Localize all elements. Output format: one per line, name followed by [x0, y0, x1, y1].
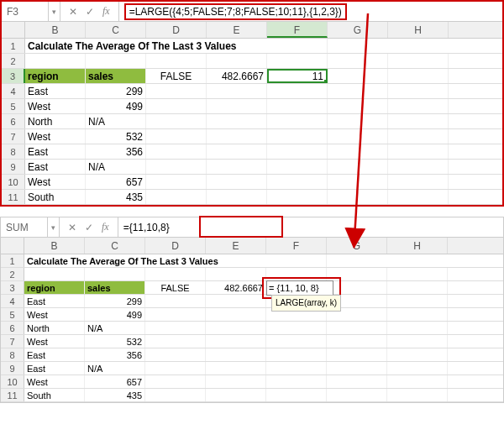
cell[interactable]	[387, 389, 448, 401]
cell[interactable]: West	[24, 335, 85, 348]
cell[interactable]	[388, 84, 449, 98]
cell[interactable]	[207, 160, 267, 174]
cancel-icon[interactable]: ✕	[69, 6, 77, 18]
cell[interactable]	[145, 335, 206, 348]
cell[interactable]	[327, 335, 387, 348]
cell[interactable]: West	[24, 308, 85, 321]
cell-F3-editing[interactable]: = {11, 10, 8} LARGE(array, k)	[266, 281, 327, 294]
row-header-10[interactable]: 10	[1, 375, 24, 388]
formula-input[interactable]: =LARGE({4;5;FALSE;7;8;FALSE;10;11},{1,2,…	[119, 2, 502, 21]
cell[interactable]	[388, 175, 449, 189]
cancel-icon[interactable]: ✕	[68, 222, 76, 233]
cell[interactable]	[206, 348, 266, 361]
cell[interactable]: West	[24, 375, 85, 388]
row-header-7[interactable]: 7	[2, 129, 25, 144]
cell[interactable]	[267, 129, 328, 144]
cell[interactable]	[327, 389, 387, 401]
cell[interactable]	[206, 308, 266, 321]
cell[interactable]	[327, 348, 387, 361]
row-header-9[interactable]: 9	[1, 362, 24, 375]
inline-cell-editor[interactable]: = {11, 10, 8}	[266, 280, 333, 296]
cell[interactable]: East	[25, 144, 86, 159]
col-header-B[interactable]: B	[24, 238, 85, 254]
cell[interactable]	[266, 362, 327, 375]
row-header-1[interactable]: 1	[2, 39, 25, 53]
col-header-F[interactable]: F	[267, 22, 328, 38]
cell[interactable]	[266, 335, 327, 348]
cell[interactable]	[145, 389, 206, 401]
cell[interactable]	[387, 375, 448, 388]
cell[interactable]	[206, 389, 266, 401]
cell[interactable]	[387, 308, 448, 321]
cell[interactable]	[207, 144, 267, 159]
row-header-4[interactable]: 4	[1, 295, 24, 307]
cell-region-header[interactable]: region	[24, 281, 85, 294]
select-all-corner[interactable]	[1, 238, 24, 254]
cell[interactable]: 356	[86, 144, 146, 159]
col-header-E[interactable]: E	[206, 238, 266, 254]
cell[interactable]	[388, 160, 449, 174]
cell-title[interactable]: Calculate The Average Of The Last 3 Valu…	[25, 39, 328, 53]
cell[interactable]: West	[25, 175, 86, 189]
cell[interactable]: N/A	[85, 322, 145, 334]
cell[interactable]	[206, 362, 266, 375]
col-header-H[interactable]: H	[387, 238, 448, 254]
cell[interactable]: East	[24, 362, 85, 375]
cell[interactable]	[387, 348, 448, 361]
cell[interactable]: 435	[86, 190, 146, 204]
row-header-3[interactable]: 3	[2, 69, 25, 83]
cell[interactable]: North	[24, 322, 85, 334]
row-header-3[interactable]: 3	[1, 281, 24, 294]
enter-icon[interactable]: ✓	[85, 222, 93, 233]
col-header-E[interactable]: E	[207, 22, 267, 38]
cell[interactable]	[266, 348, 327, 361]
name-box[interactable]: F3	[2, 2, 49, 21]
select-all-corner[interactable]	[2, 22, 25, 38]
formula-input[interactable]: ={11,10,8}	[118, 217, 503, 237]
cell[interactable]	[207, 129, 267, 144]
cell[interactable]: N/A	[85, 362, 145, 375]
cell[interactable]	[146, 99, 207, 113]
cell[interactable]	[146, 190, 207, 204]
cell-D3[interactable]: FALSE	[145, 281, 206, 294]
cell[interactable]	[207, 99, 267, 113]
cell[interactable]	[267, 114, 328, 128]
enter-icon[interactable]: ✓	[86, 6, 94, 18]
cell[interactable]	[387, 295, 448, 307]
row-header-6[interactable]: 6	[2, 114, 25, 128]
cell[interactable]	[146, 144, 207, 159]
row-header-11[interactable]: 11	[2, 190, 25, 204]
cell[interactable]	[266, 389, 327, 401]
cell[interactable]	[146, 84, 207, 98]
cell[interactable]: 356	[85, 348, 145, 361]
name-box-dropdown-icon[interactable]: ▾	[49, 2, 60, 21]
cell[interactable]	[145, 322, 206, 334]
name-box-dropdown-icon[interactable]: ▾	[48, 217, 60, 237]
cell[interactable]	[267, 160, 328, 174]
cell[interactable]: West	[25, 129, 86, 144]
cell[interactable]	[387, 322, 448, 334]
row-header-10[interactable]: 10	[2, 175, 25, 189]
cell[interactable]: West	[25, 99, 86, 113]
row-header-2[interactable]: 2	[1, 268, 24, 280]
cell[interactable]	[328, 129, 388, 144]
cell[interactable]: 299	[86, 84, 146, 98]
row-header-9[interactable]: 9	[2, 160, 25, 174]
cell[interactable]	[146, 160, 207, 174]
cell[interactable]	[327, 322, 387, 334]
cell[interactable]: South	[24, 389, 85, 401]
cell-title[interactable]: Calculate The Average Of The Last 3 Valu…	[24, 254, 327, 267]
cell[interactable]: 532	[85, 335, 145, 348]
row-header-7[interactable]: 7	[1, 335, 24, 348]
cell-E3[interactable]: 482.6667	[207, 69, 267, 83]
cell[interactable]	[266, 322, 327, 334]
cell[interactable]	[388, 114, 449, 128]
cell[interactable]: East	[25, 160, 86, 174]
cell[interactable]	[145, 295, 206, 307]
cell[interactable]	[207, 190, 267, 204]
cell[interactable]: N/A	[86, 114, 146, 128]
cell-region-header[interactable]: region	[25, 69, 86, 83]
row-header-8[interactable]: 8	[2, 144, 25, 159]
cell[interactable]	[267, 99, 328, 113]
cell[interactable]	[206, 335, 266, 348]
